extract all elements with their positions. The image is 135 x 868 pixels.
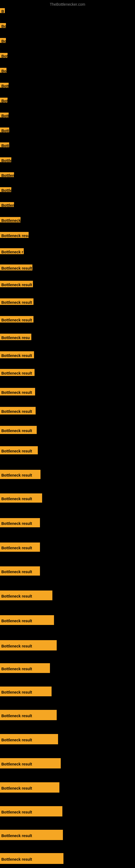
bottleneck-label: Bottleneck result [0,281,33,287]
bottleneck-item: Bottlen [0,202,14,207]
bottleneck-item: Bottleneck result [0,299,34,305]
bottleneck-label: Bottleneck resu [0,334,31,340]
bottleneck-item: Bottleneck result [0,566,40,576]
bottleneck-item: Bott [0,127,9,132]
bottleneck-label: Bottlen [0,172,14,177]
bottleneck-label: Bottleneck result [0,493,42,503]
bottleneck-item: Bo [0,38,6,43]
bottleneck-item: Bottleneck result [0,369,35,376]
bottleneck-label: Bottleneck result [0,542,40,552]
bottleneck-label: Bottleneck resu [0,232,29,238]
bottleneck-item: Bottleneck result [0,542,40,552]
bottleneck-label: Bott [0,127,9,132]
bottleneck-label: Bot [0,53,8,58]
bottleneck-label: Bottleneck result [0,265,32,271]
bottleneck-item: Bottleneck result [0,265,32,271]
bottleneck-item: Bottleneck result [0,663,50,673]
bottleneck-label: Bottleneck [0,217,20,222]
bottleneck-label: Bottleneck result [0,299,34,305]
bottleneck-item: Bottleneck result [0,281,33,287]
bottleneck-item: Bottleneck result [0,686,52,696]
bottleneck-item: Bo [0,23,6,28]
bottleneck-item: Bottlen [0,172,14,177]
bottleneck-item: Bottleneck result [0,470,41,479]
bottleneck-item: Bott [0,83,9,88]
bottleneck-label: Bottleneck result [0,470,41,479]
bottleneck-label: Bottleneck result [0,388,35,396]
bottleneck-label: Bottleneck result [0,853,63,864]
bottleneck-item: Bottleneck result [0,426,37,434]
bottleneck-item: Bottleneck result [0,734,58,744]
bottleneck-label: Bott [0,113,9,118]
bottleneck-item: Bottle [0,187,11,192]
bottleneck-item: Bottleneck result [0,853,63,864]
bottleneck-item: Bottleneck [0,217,20,222]
bottleneck-item: Bottleneck result [0,710,57,720]
bottleneck-item: Bottleneck result [0,830,63,840]
bottleneck-label: Bottleneck result [0,782,59,793]
bottleneck-item: Bot [0,98,8,102]
bottleneck-item: Bottleneck result [0,518,40,527]
bottleneck-label: Bottleneck result [0,830,63,840]
bottleneck-label: Bottleneck result [0,518,40,527]
bottleneck-label: Bottle [0,187,11,192]
bottleneck-label: Bottleneck result [0,407,36,414]
bottleneck-item: Bot [0,53,8,58]
bottleneck-item: Bottleneck resu [0,232,29,238]
bottleneck-label: Bottleneck result [0,615,54,625]
bottleneck-label: Bottleneck result [0,758,61,769]
bottleneck-label: Bottleneck result [0,566,40,576]
bottleneck-item: Bottleneck result [0,351,34,358]
bottleneck-label: Bottleneck r [0,248,24,254]
bottleneck-item: Bottleneck result [0,615,54,625]
bottleneck-label: Bottleneck result [0,663,50,673]
bottleneck-item: Bottleneck result [0,407,36,414]
bottleneck-label: Bottleneck result [0,369,35,376]
bottleneck-label: Bott [0,143,9,147]
bottleneck-label: B [0,8,5,13]
bottleneck-item: Bottleneck result [0,590,52,600]
bottleneck-label: Bottleneck result [0,640,57,650]
bottleneck-item: Bo [0,68,6,73]
bottleneck-label: Bottleneck result [0,590,52,600]
bottleneck-item: Bott [0,143,9,147]
bottleneck-label: Bottleneck result [0,351,34,358]
bottleneck-item: Bott [0,113,9,118]
bottleneck-item: B [0,8,5,13]
bottleneck-label: Bottleneck result [0,446,38,454]
bottleneck-label: Bott [0,83,9,88]
bottleneck-label: Bottleneck result [0,316,34,322]
bottleneck-label: Bot [0,98,8,102]
bottleneck-label: Bottle [0,157,11,162]
bottleneck-item: Bottleneck result [0,806,62,816]
bottleneck-label: Bottleneck result [0,806,62,816]
bottleneck-item: Bottleneck result [0,316,34,322]
bottleneck-label: Bo [0,38,6,43]
bottleneck-label: Bottlen [0,202,14,207]
bottleneck-item: Bottleneck result [0,758,61,769]
bottleneck-label: Bottleneck result [0,686,52,696]
bottleneck-label: Bo [0,68,6,73]
bottleneck-item: Bottleneck result [0,640,57,650]
bottleneck-item: Bottle [0,157,11,162]
bottleneck-item: Bottleneck result [0,782,59,793]
bottleneck-item: Bottleneck result [0,388,35,396]
bottleneck-label: Bottleneck result [0,426,37,434]
bottleneck-label: Bottleneck result [0,710,57,720]
bottleneck-label: Bo [0,23,6,28]
site-title: TheBottlenecker.com [0,0,135,8]
bottleneck-item: Bottleneck resu [0,334,31,340]
bottleneck-item: Bottleneck r [0,248,24,254]
bottleneck-item: Bottleneck result [0,493,42,503]
bottleneck-label: Bottleneck result [0,734,58,744]
bottleneck-item: Bottleneck result [0,446,38,454]
